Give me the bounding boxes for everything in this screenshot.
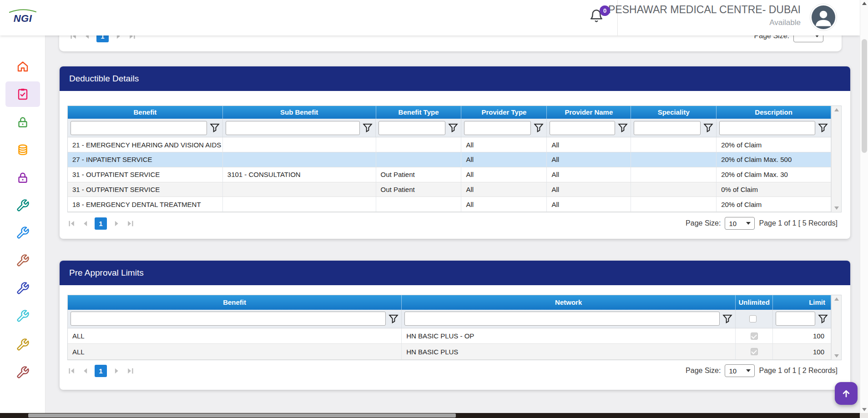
filter-input-provider-type[interactable]	[464, 121, 531, 135]
cell-benefit: 18 - EMERGENCY DENTAL TREATMENT	[68, 197, 223, 212]
cell-description: 20% of Claim Max. 500	[717, 152, 831, 167]
column-header-provider-name[interactable]: Provider Name	[547, 106, 631, 119]
panel-title: Deductible Details	[60, 66, 850, 91]
scroll-up-arrow-icon[interactable]	[862, 2, 867, 5]
scroll-up-arrow-icon[interactable]	[834, 297, 839, 301]
column-header-unlimited[interactable]: Unlimited	[736, 295, 773, 310]
cell-speciality	[631, 137, 717, 152]
user-avatar[interactable]	[810, 4, 837, 31]
column-header-provider-type[interactable]: Provider Type	[461, 106, 547, 119]
page-size-select[interactable]: 10	[725, 364, 755, 377]
scrollbar-thumb[interactable]	[862, 39, 867, 153]
cell-sub-benefit	[223, 137, 376, 152]
filter-input-benefit-type[interactable]	[378, 121, 445, 135]
filter-input-speciality[interactable]	[634, 121, 701, 135]
next-page-button[interactable]	[112, 219, 121, 227]
org-name: PESHAWAR MEDICAL CENTRE- DUBAI	[500, 4, 801, 16]
cell-description: 0% of Claim	[717, 182, 831, 197]
filter-funnel-icon	[362, 122, 373, 133]
sidebar-item-home[interactable]	[12, 55, 34, 77]
cell-speciality	[631, 167, 717, 182]
table-row[interactable]: ALLHN BASIC PLUS - OP100	[68, 328, 831, 344]
sidebar-item-tools-indigo[interactable]	[12, 277, 34, 299]
scroll-to-top-button[interactable]	[835, 382, 858, 405]
scroll-down-arrow-icon[interactable]	[862, 408, 867, 411]
sidebar-item-security-green[interactable]	[12, 111, 34, 133]
sidebar-item-assignments[interactable]	[12, 83, 34, 105]
cell-benefit: ALL	[68, 328, 402, 344]
cell-benefit-type	[376, 152, 462, 167]
app-root: 1 Page Size: Deductible Details BenefitS…	[0, 0, 868, 418]
cell-description: 20% of Claim	[717, 137, 831, 152]
page-summary: Page 1 of 1 [ 5 Records]	[759, 219, 838, 227]
filter-funnel-icon	[617, 122, 628, 133]
previous-page-button[interactable]	[81, 219, 89, 227]
page-number-button[interactable]: 1	[95, 217, 107, 230]
cell-benefit: ALL	[68, 344, 402, 359]
table-vertical-scrollbar[interactable]	[831, 295, 841, 360]
sidebar-item-tools-gold[interactable]	[12, 334, 34, 356]
sidebar-item-data[interactable]	[12, 139, 34, 161]
table-row[interactable]: ALLHN BASIC PLUS100	[68, 344, 831, 360]
next-page-button[interactable]	[112, 367, 121, 375]
column-header-benefit[interactable]: Benefit	[68, 106, 223, 119]
cell-benefit: 21 - EMERGENCY HEARING AND VISION AIDS	[68, 137, 223, 152]
filter-funnel-icon	[818, 122, 828, 133]
wrench-icon	[16, 199, 30, 212]
sidebar-item-security-purple[interactable]	[12, 167, 34, 189]
column-header-sub-benefit[interactable]: Sub Benefit	[223, 106, 376, 119]
page-vertical-scrollbar[interactable]	[860, 0, 868, 413]
scroll-down-arrow-icon[interactable]	[834, 354, 839, 358]
scroll-down-arrow-icon[interactable]	[834, 206, 839, 210]
sidebar-item-tools-brown[interactable]	[12, 250, 34, 272]
filter-checkbox-unlimited[interactable]	[749, 315, 757, 322]
sidebar-item-tools-blue[interactable]	[12, 222, 34, 244]
cell-provider-name: All	[547, 182, 631, 197]
cell-description: 20% of Claim	[717, 197, 831, 212]
page-size-select[interactable]: 10	[725, 217, 755, 230]
sidebar-item-tools-maroon[interactable]	[12, 362, 34, 383]
sidebar-item-tools-teal[interactable]	[12, 195, 34, 217]
cell-sub-benefit: 3101 - CONSULTATION	[223, 167, 376, 182]
last-page-button[interactable]	[126, 367, 134, 375]
person-icon	[812, 5, 835, 29]
first-page-button[interactable]	[67, 219, 76, 227]
cell-network: HN BASIC PLUS	[402, 344, 736, 359]
column-header-benefit-type[interactable]: Benefit Type	[376, 106, 462, 119]
clipboard-check-icon	[16, 87, 30, 101]
scroll-up-arrow-icon[interactable]	[834, 108, 839, 111]
table-vertical-scrollbar[interactable]	[831, 106, 841, 212]
sidebar-item-tools-cyan[interactable]	[12, 305, 34, 327]
filter-input-benefit[interactable]	[71, 121, 207, 135]
filter-input-network[interactable]	[404, 312, 720, 326]
table-row[interactable]: 31 - OUTPATIENT SERVICE3101 - CONSULTATI…	[68, 167, 831, 182]
column-header-speciality[interactable]: Speciality	[631, 106, 717, 119]
ngi-logo[interactable]: NGI	[6, 6, 39, 29]
column-header-benefit[interactable]: Benefit	[68, 295, 402, 310]
first-page-button[interactable]	[67, 367, 76, 375]
filter-input-limit[interactable]	[776, 312, 815, 326]
table-row[interactable]: 21 - EMERGENCY HEARING AND VISION AIDSAl…	[68, 137, 831, 152]
page-summary: Page 1 of 1 [ 2 Records]	[759, 367, 838, 375]
filter-row	[68, 119, 831, 138]
filter-input-sub-benefit[interactable]	[226, 121, 360, 135]
page-horizontal-scrollbar[interactable]	[0, 413, 860, 418]
column-header-network[interactable]: Network	[402, 295, 736, 310]
table-row[interactable]: 27 - INPATIENT SERVICEAllAll20% of Claim…	[68, 152, 831, 167]
filter-input-description[interactable]	[719, 121, 815, 135]
column-header-limit[interactable]: Limit	[773, 295, 831, 310]
page-number-button[interactable]: 1	[95, 365, 107, 377]
page-size-label: Page Size:	[686, 219, 721, 227]
previous-page-button[interactable]	[81, 367, 89, 375]
filter-input-provider-name[interactable]	[550, 121, 615, 135]
table-row[interactable]: 18 - EMERGENCY DENTAL TREATMENTAllAll20%…	[68, 197, 831, 212]
table-row[interactable]: 31 - OUTPATIENT SERVICEOut PatientAllAll…	[68, 182, 831, 197]
chevron-down-icon	[746, 222, 751, 225]
notification-count-badge: 0	[600, 5, 610, 16]
filter-input-benefit[interactable]	[71, 312, 386, 326]
column-header-description[interactable]: Description	[717, 106, 831, 119]
horizontal-scrollbar-thumb[interactable]	[28, 413, 456, 418]
last-page-button[interactable]	[126, 219, 134, 227]
cell-limit: 100	[773, 328, 831, 344]
cell-provider-type: All	[461, 182, 547, 197]
